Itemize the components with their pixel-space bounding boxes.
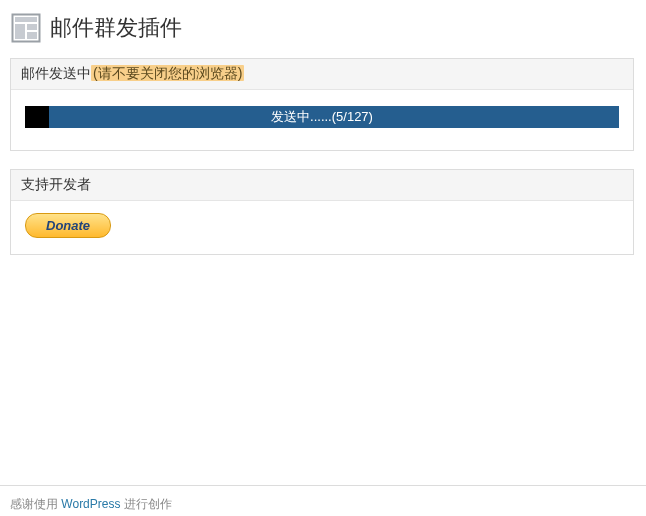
progress-bar: 发送中......(5/127) [25, 106, 619, 128]
svg-rect-4 [27, 32, 37, 39]
footer-prefix: 感谢使用 [10, 497, 61, 511]
page-title: 邮件群发插件 [50, 13, 182, 43]
svg-rect-1 [15, 17, 37, 22]
plugin-icon [10, 12, 42, 44]
svg-rect-2 [15, 24, 25, 39]
page-header: 邮件群发插件 [10, 12, 634, 44]
status-warning: (请不要关闭您的浏览器) [91, 65, 244, 81]
footer-link[interactable]: WordPress [61, 497, 120, 511]
support-panel: 支持开发者 Donate [10, 169, 634, 255]
sending-panel: 邮件发送中(请不要关闭您的浏览器) 发送中......(5/127) [10, 58, 634, 151]
footer: 感谢使用 WordPress 进行创作 [0, 486, 646, 516]
sending-panel-header: 邮件发送中(请不要关闭您的浏览器) [11, 59, 633, 90]
donate-button[interactable]: Donate [25, 213, 111, 238]
progress-label: 发送中......(5/127) [25, 108, 619, 126]
footer-suffix: 进行创作 [120, 497, 171, 511]
status-text: 邮件发送中 [21, 65, 91, 81]
svg-rect-3 [27, 24, 37, 30]
support-panel-title: 支持开发者 [11, 170, 633, 201]
